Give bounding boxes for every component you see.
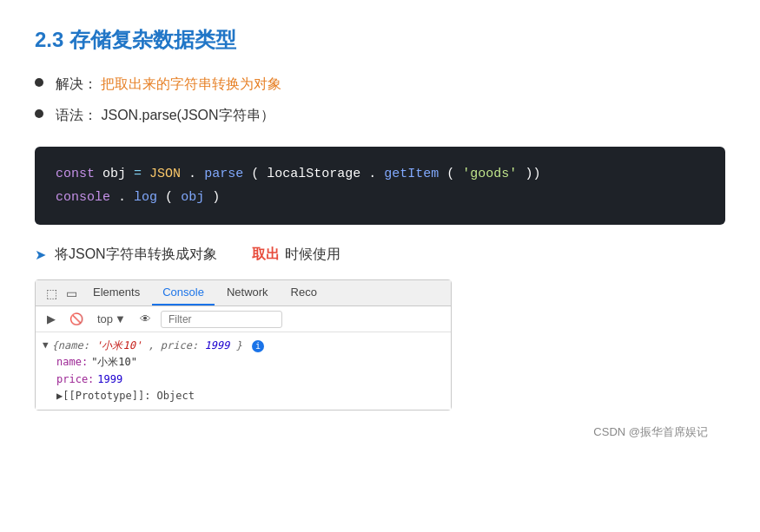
console-line-prototype: ▶[[Prototype]]: Object — [56, 388, 444, 404]
devtools-console: ▼ {name: '小米10' , price: 1999 } i name: … — [36, 332, 451, 410]
info-icon[interactable]: i — [252, 340, 264, 352]
tab-network[interactable]: Network — [216, 280, 279, 305]
console-line-price: price: 1999 — [56, 371, 444, 388]
page-title: 2.3 存储复杂数据类型 — [35, 26, 725, 54]
tab-elements[interactable]: Elements — [83, 280, 150, 305]
cursor-icon-btn[interactable]: ⬚ — [43, 281, 61, 305]
console-line-name: name: "小米10" — [56, 354, 444, 371]
devtools-tabs-bar: ⬚ ▭ Elements Console Network Reco — [36, 280, 451, 306]
top-dropdown[interactable]: top ▼ — [93, 310, 130, 328]
code-line-2: console . log ( obj ) — [56, 186, 704, 209]
arrow-icon: ➤ — [35, 246, 46, 263]
list-item: 解决： 把取出来的字符串转换为对象 — [35, 73, 725, 95]
console-line-header: ▼ {name: '小米10' , price: 1999 } i — [43, 338, 444, 354]
arrow-section: ➤ 将JSON字符串转换成对象 取出 时候使用 — [35, 246, 725, 264]
dropdown-arrow: ▼ — [115, 312, 126, 325]
devtools-toolbar: ▶ 🚫 top ▼ 👁 — [36, 306, 451, 332]
devtools-panel: ⬚ ▭ Elements Console Network Reco ▶ 🚫 to… — [35, 279, 452, 410]
code-block: const obj = JSON . parse ( localStorage … — [35, 147, 725, 225]
highlight-text: 取出 — [252, 246, 280, 264]
bullet-dot — [35, 78, 43, 87]
bullet-text: 语法： JSON.parse(JSON字符串） — [56, 104, 274, 127]
block-btn[interactable]: 🚫 — [65, 310, 88, 328]
run-btn[interactable]: ▶ — [43, 310, 60, 328]
tab-reco[interactable]: Reco — [281, 280, 327, 305]
eye-btn[interactable]: 👁 — [135, 310, 155, 328]
arrow-text-1: 将JSON字符串转换成对象 — [55, 246, 217, 264]
bullet-list: 解决： 把取出来的字符串转换为对象 语法： JSON.parse(JSON字符串… — [35, 73, 725, 126]
arrow-text-2: 时候使用 — [285, 246, 340, 264]
tab-console[interactable]: Console — [152, 280, 215, 305]
code-line-1: const obj = JSON . parse ( localStorage … — [56, 162, 704, 186]
bullet-dot — [35, 109, 43, 118]
top-label: top — [97, 312, 113, 325]
filter-input[interactable] — [161, 311, 282, 328]
list-item: 语法： JSON.parse(JSON字符串） — [35, 104, 725, 127]
footer-credit: CSDN @振华首席娱记 — [35, 424, 725, 440]
bullet-text: 解决： 把取出来的字符串转换为对象 — [56, 73, 281, 95]
phone-icon-btn[interactable]: ▭ — [63, 281, 81, 305]
